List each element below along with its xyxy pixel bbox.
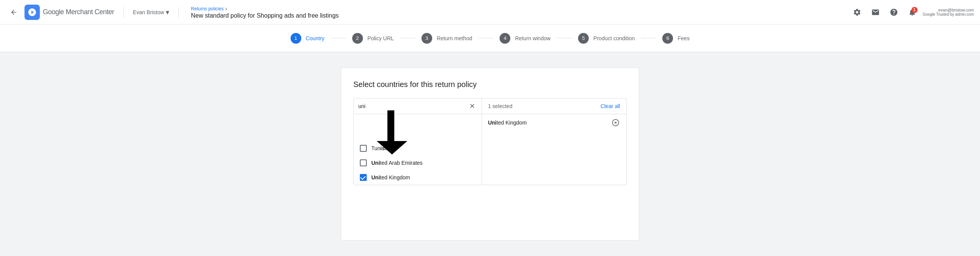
- stepper-bar: 1 Country 2 Policy URL 3 Return method 4…: [0, 25, 980, 52]
- step-5-product-condition[interactable]: 5 Product condition: [572, 33, 641, 44]
- uk-label: United Kingdom: [371, 174, 410, 181]
- step-6-fees[interactable]: 6 Fees: [656, 33, 696, 44]
- tunisia-highlight: is: [381, 145, 385, 151]
- uk-highlight: Uni: [371, 174, 380, 181]
- uk-checkbox[interactable]: [360, 174, 367, 181]
- account-chevron-icon: ▾: [166, 8, 169, 16]
- step-5-number: 5: [578, 33, 589, 44]
- country-selector: ✕ Tunisia: [353, 98, 627, 185]
- tunisia-label: Tunisia: [371, 145, 389, 151]
- user-account: Google Trusted by admin.com: [923, 12, 974, 16]
- list-item[interactable]: Tunisia: [354, 114, 482, 156]
- selected-header: 1 selected Clear all: [482, 98, 626, 114]
- mail-button[interactable]: [868, 5, 883, 20]
- breadcrumb: Returns policies ›: [191, 5, 339, 12]
- step-2-label: Policy URL: [368, 35, 394, 41]
- card-title: Select countries for this return policy: [353, 80, 627, 89]
- account-name: Evan Bristow: [133, 9, 164, 15]
- step-connector-3: [478, 38, 493, 38]
- breadcrumb-chevron-icon: ›: [225, 5, 227, 12]
- step-3-label: Return method: [437, 35, 472, 41]
- brand-name: Google Merchant Center: [43, 8, 114, 16]
- breadcrumb-section: Returns policies › New standard policy f…: [191, 5, 339, 19]
- header-divider2: [178, 7, 179, 18]
- country-selection-card: Select countries for this return policy …: [341, 67, 639, 241]
- step-3-number: 3: [421, 33, 432, 44]
- search-panel: ✕ Tunisia: [354, 98, 482, 185]
- main-content: Select countries for this return policy …: [0, 52, 980, 256]
- header-right: 1 evan@bristow.com Google Trusted by adm…: [849, 5, 974, 20]
- notification-badge: 1: [911, 7, 918, 13]
- step-4-label: Return window: [515, 35, 550, 41]
- arrow-annotation-container: Tunisia United Arab Emirates: [354, 114, 482, 185]
- step-connector-1: [331, 38, 346, 38]
- step-5-label: Product condition: [593, 35, 635, 41]
- remove-uk-button[interactable]: [611, 118, 620, 127]
- selected-uk-label: United Kingdom: [488, 120, 527, 126]
- clear-search-button[interactable]: ✕: [468, 102, 477, 111]
- user-info: evan@bristow.com Google Trusted by admin…: [923, 8, 974, 16]
- list-item[interactable]: United Kingdom: [354, 170, 482, 185]
- step-1-number: 1: [291, 33, 301, 44]
- country-list: Tunisia United Arab Emirates: [354, 114, 482, 185]
- selected-list: United Kingdom: [482, 114, 626, 185]
- logo-icon: [24, 5, 40, 20]
- uae-label: United Arab Emirates: [371, 160, 423, 166]
- step-4-return-window[interactable]: 4 Return window: [493, 33, 557, 44]
- search-input-row: ✕: [354, 98, 482, 114]
- notifications-button[interactable]: 1: [905, 5, 920, 20]
- account-selector[interactable]: Evan Bristow ▾: [133, 8, 169, 16]
- uae-highlight: Uni: [371, 160, 380, 166]
- breadcrumb-link[interactable]: Returns policies: [191, 6, 224, 11]
- clear-all-button[interactable]: Clear all: [601, 103, 620, 109]
- header: Google Merchant Center Evan Bristow ▾ Re…: [0, 0, 980, 25]
- selected-panel: 1 selected Clear all United Kingdom: [482, 98, 626, 185]
- step-6-number: 6: [662, 33, 673, 44]
- step-3-return-method[interactable]: 3 Return method: [415, 33, 479, 44]
- selected-count: 1 selected: [488, 103, 513, 109]
- step-connector-5: [641, 38, 656, 38]
- uae-checkbox[interactable]: [360, 159, 367, 166]
- step-connector-4: [557, 38, 572, 38]
- step-4-number: 4: [500, 33, 510, 44]
- list-item[interactable]: United Arab Emirates: [354, 156, 482, 170]
- country-search-input[interactable]: [358, 103, 465, 109]
- selected-uk-highlight: Uni: [488, 120, 497, 126]
- header-left: Google Merchant Center Evan Bristow ▾ Re…: [6, 5, 339, 20]
- step-6-label: Fees: [678, 35, 689, 41]
- step-1-country[interactable]: 1 Country: [284, 33, 331, 44]
- tunisia-checkbox[interactable]: [360, 145, 367, 152]
- step-2-number: 2: [352, 33, 363, 44]
- step-2-policy-url[interactable]: 2 Policy URL: [346, 33, 400, 44]
- user-email: evan@bristow.com: [938, 8, 974, 12]
- help-button[interactable]: [886, 5, 902, 20]
- settings-button[interactable]: [849, 5, 865, 20]
- header-divider: [123, 7, 124, 18]
- step-1-label: Country: [306, 35, 325, 41]
- back-button[interactable]: [6, 5, 21, 20]
- page-title: New standard policy for Shopping ads and…: [191, 12, 339, 19]
- list-item: United Kingdom: [482, 114, 626, 131]
- step-connector-2: [400, 38, 415, 38]
